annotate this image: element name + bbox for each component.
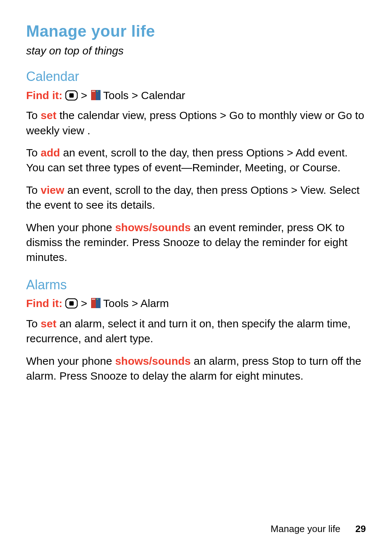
svg-rect-7 (69, 301, 74, 306)
text: or (322, 109, 338, 121)
calendar-view-paragraph: To view an event, scroll to the day, the… (26, 183, 366, 213)
breadcrumb-target: Calendar (141, 89, 185, 101)
text: To (26, 147, 41, 159)
text: an alarm, select it and turn it on, then… (26, 318, 351, 344)
highlight-set: set (41, 109, 56, 121)
home-key-icon (65, 89, 78, 104)
ui-options: Options (179, 109, 217, 121)
highlight-add: add (41, 147, 60, 159)
home-key-icon (65, 297, 78, 312)
svg-rect-9 (96, 298, 101, 308)
text: To (26, 318, 41, 330)
ui-meeting: Meeting (245, 162, 284, 173)
text: . (338, 162, 340, 173)
ui-options: Options (246, 147, 283, 159)
breadcrumb-sep: > (132, 89, 138, 101)
ui-view: View (301, 184, 323, 196)
alarm-sounds-paragraph: When your phone shows/sounds an alarm, p… (26, 353, 366, 384)
section-heading-alarms: Alarms (26, 276, 366, 294)
svg-rect-11 (97, 299, 98, 300)
svg-rect-5 (97, 91, 98, 92)
findit-label: Find it: (26, 297, 62, 309)
page-title: Manage your life (26, 20, 366, 42)
ui-stop: Stop (272, 355, 294, 367)
text: the calendar view, press (56, 109, 179, 121)
ui-reminder: Reminder (192, 162, 239, 173)
ui-snooze: Snooze (163, 236, 200, 248)
breadcrumb-tools: Tools (103, 297, 128, 309)
text: > (284, 147, 296, 159)
ui-add-event: Add event (295, 147, 344, 159)
breadcrumb-sep: > (132, 297, 138, 309)
breadcrumb-sep: > (81, 297, 87, 309)
page-footer: Manage your life 29 (271, 523, 366, 536)
svg-rect-1 (69, 93, 74, 98)
text: To (26, 109, 41, 121)
text: to delay the alarm for eight minutes. (127, 370, 303, 382)
findit-alarms: Find it: > Tools > Alarm (26, 296, 366, 312)
highlight-view: view (41, 184, 64, 196)
ui-course: Course (302, 162, 338, 173)
text: > (288, 184, 301, 196)
text: an event reminder, press (191, 221, 317, 233)
text: > (217, 109, 229, 121)
text: , or (283, 162, 302, 173)
ui-options: Options (250, 184, 288, 196)
findit-calendar: Find it: > Tools > Calendar (26, 88, 366, 104)
svg-rect-4 (92, 91, 95, 92)
highlight-set: set (41, 318, 56, 330)
ui-monthly-view: Go to monthly view (229, 109, 322, 121)
calendar-add-paragraph: To add an event, scroll to the day, then… (26, 145, 366, 175)
highlight-shows-sounds: shows/sounds (115, 355, 191, 367)
calendar-reminder-paragraph: When your phone shows/sounds an event re… (26, 220, 366, 265)
tools-icon (91, 297, 101, 312)
text: When your phone (26, 355, 115, 367)
ui-snooze: Snooze (90, 370, 127, 382)
page-number: 29 (355, 523, 366, 534)
tools-icon (91, 89, 101, 104)
text: . (84, 124, 90, 136)
highlight-shows-sounds: shows/sounds (115, 221, 191, 233)
svg-rect-3 (96, 90, 101, 100)
text: an event, scroll to the day, then press (60, 147, 246, 159)
alarm-set-paragraph: To set an alarm, select it and turn it o… (26, 316, 366, 346)
breadcrumb-sep: > (81, 89, 87, 101)
calendar-set-paragraph: To set the calendar view, press Options … (26, 108, 366, 138)
svg-rect-10 (92, 299, 95, 300)
footer-section: Manage your life (271, 523, 340, 534)
findit-label: Find it: (26, 89, 62, 101)
page-subtitle: stay on top of things (26, 43, 366, 58)
page-container: Manage your life stay on top of things C… (0, 0, 392, 556)
breadcrumb-target: Alarm (140, 297, 169, 309)
text: When your phone (26, 221, 115, 233)
ui-ok: OK (317, 221, 332, 233)
text: To (26, 184, 41, 196)
text: an event, scroll to the day, then press (64, 184, 250, 196)
text: an alarm, press (191, 355, 272, 367)
text: , (239, 162, 245, 173)
breadcrumb-tools: Tools (103, 89, 128, 101)
section-heading-calendar: Calendar (26, 68, 366, 86)
